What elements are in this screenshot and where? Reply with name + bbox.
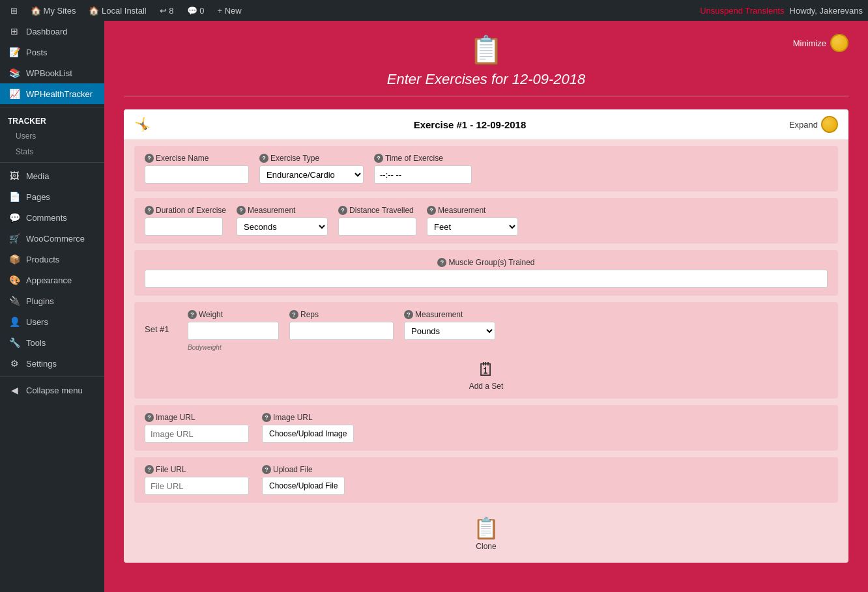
add-set-area: 🗓 Add a Set [145, 359, 828, 391]
file-url-section: ? File URL ? Upload File Choose/ [134, 457, 838, 503]
set-measurement-select[interactable]: Pounds Kilograms Bodyweight [404, 322, 495, 340]
sidebar-item-appearance[interactable]: 🎨 Appearance [0, 270, 104, 290]
file-url-input[interactable] [145, 477, 249, 495]
exercise-type-group: ? Exercise Type Endurance/Cardio Strengt… [259, 154, 364, 184]
my-sites-menu[interactable]: 🏠 My Sites [25, 0, 81, 21]
sidebar-item-media[interactable]: 🖼 Media [0, 165, 104, 186]
exercise-name-group: ? Exercise Name [145, 154, 249, 184]
set-measurement-label: ? Measurement [404, 310, 495, 319]
muscle-group-section: ? Muscle Group(s) Trained [134, 250, 838, 296]
exercise-basic-section: ? Exercise Name ? Exercise Type [134, 146, 838, 191]
clone-area: 📋 Clone [134, 511, 838, 556]
exercise-type-help-icon[interactable]: ? [259, 154, 268, 163]
minimize-button[interactable]: Minimize [793, 34, 848, 52]
new-content-link[interactable]: + New [212, 0, 246, 21]
local-install-link[interactable]: 🏠 Local Install [83, 0, 151, 21]
sidebar-item-pages[interactable]: 📄 Pages [0, 186, 104, 207]
distance-input[interactable] [338, 218, 416, 236]
set1-label: Set #1 [145, 310, 177, 334]
file-url-help-icon[interactable]: ? [145, 465, 154, 474]
sidebar-item-users[interactable]: 👤 Users [0, 311, 104, 332]
products-icon: 📦 [8, 254, 21, 264]
duration-input[interactable] [145, 218, 223, 236]
posts-icon: 📝 [8, 47, 21, 57]
duration-measurement-select[interactable]: Seconds Minutes Hours [237, 218, 328, 236]
sidebar-item-comments[interactable]: 💬 Comments [0, 207, 104, 228]
clone-icon: 📋 [473, 516, 499, 541]
sidebar-label-products: Products [26, 255, 59, 264]
sidebar-divider-2 [0, 162, 104, 163]
set-measurement-group: ? Measurement Pounds Kilograms Bodyweigh… [404, 310, 495, 340]
choose-upload-image-button[interactable]: Choose/Upload Image [262, 425, 354, 443]
set-measurement-help-icon[interactable]: ? [404, 310, 413, 319]
exercise-body: ? Exercise Name ? Exercise Type [124, 139, 848, 563]
sidebar-label-appearance: Appearance [26, 275, 72, 285]
sidebar-label-media: Media [26, 171, 49, 181]
users-icon: 👤 [8, 317, 21, 327]
sidebar-item-tracker-stats[interactable]: Stats [0, 144, 104, 160]
duration-measurement-help-icon[interactable]: ? [237, 206, 246, 215]
weight-help-icon[interactable]: ? [188, 310, 197, 319]
sidebar-label-pages: Pages [26, 192, 50, 202]
sidebar-label-plugins: Plugins [26, 296, 54, 306]
sidebar-item-woocommerce[interactable]: 🛒 WooCommerce [0, 228, 104, 249]
unsuspend-translents-link[interactable]: Unsuspend Translents [700, 6, 784, 16]
sidebar-item-tools[interactable]: 🔧 Tools [0, 332, 104, 353]
reps-group: ? Reps [289, 310, 394, 340]
exercise-name-help-icon[interactable]: ? [145, 154, 154, 163]
wp-logo[interactable]: ⊞ [5, 0, 23, 21]
exercise-name-label: ? Exercise Name [145, 154, 249, 163]
sidebar-item-collapse[interactable]: ◀ Collapse menu [0, 380, 104, 401]
file-url-label: ? File URL [145, 465, 249, 474]
minimize-circle-icon [830, 34, 848, 52]
sidebar-label-wpbooklist: WPBookList [26, 68, 72, 78]
upload-file-help-icon[interactable]: ? [262, 465, 271, 474]
muscle-group-input[interactable] [145, 270, 828, 288]
image-url2-help-icon[interactable]: ? [262, 413, 271, 422]
clone-button[interactable]: 📋 Clone [473, 516, 499, 551]
time-help-icon[interactable]: ? [374, 154, 383, 163]
image-url-help-icon[interactable]: ? [145, 413, 154, 422]
add-set-button[interactable]: 🗓 Add a Set [469, 359, 504, 391]
duration-measurement-label: ? Measurement [237, 206, 328, 215]
distance-measurement-select[interactable]: Feet Meters Miles Kilometers [427, 218, 518, 236]
file-url-group: ? File URL [145, 465, 249, 495]
image-url-input[interactable] [145, 425, 249, 443]
expand-button[interactable]: Expand [789, 116, 838, 133]
image-url-group: ? Image URL [145, 413, 249, 443]
distance-help-icon[interactable]: ? [338, 206, 347, 215]
time-of-exercise-input[interactable] [374, 165, 472, 184]
weight-input[interactable] [188, 322, 279, 340]
exercise-duration-section: ? Duration of Exercise ? Measurement [134, 198, 838, 244]
clone-label: Clone [476, 542, 496, 551]
admin-bar: ⊞ 🏠 My Sites 🏠 Local Install ↩ 8 💬 0 + N… [0, 0, 868, 21]
exercise-name-input[interactable] [145, 165, 249, 184]
plugin-title: Enter Exercises for 12-09-2018 [124, 71, 848, 96]
sidebar-item-settings[interactable]: ⚙ Settings [0, 353, 104, 374]
sidebar-item-products[interactable]: 📦 Products [0, 249, 104, 270]
exercise-type-label: ? Exercise Type [259, 154, 364, 163]
updates-link[interactable]: ↩ 8 [154, 0, 179, 21]
distance-measurement-help-icon[interactable]: ? [427, 206, 436, 215]
expand-label: Expand [789, 120, 818, 130]
reps-help-icon[interactable]: ? [289, 310, 298, 319]
add-set-icon: 🗓 [477, 359, 495, 380]
image-url-label: ? Image URL [145, 413, 249, 422]
comments-link[interactable]: 💬 0 [182, 0, 210, 21]
duration-help-icon[interactable]: ? [145, 206, 154, 215]
sidebar-item-wpbooklist[interactable]: 📚 WPBookList [0, 63, 104, 83]
sidebar-item-dashboard[interactable]: ⊞ Dashboard [0, 21, 104, 42]
reps-label: ? Reps [289, 310, 394, 319]
duration-measurement-group: ? Measurement Seconds Minutes Hours [237, 206, 328, 236]
exercise-type-select[interactable]: Endurance/Cardio Strength Flexibility Ba… [259, 165, 364, 184]
sidebar-item-posts[interactable]: 📝 Posts [0, 42, 104, 63]
sidebar-item-plugins[interactable]: 🔌 Plugins [0, 290, 104, 311]
sidebar-item-wphealthtracker[interactable]: 📈 WPHealthTracker [0, 83, 104, 104]
image-url2-label: ? Image URL [262, 413, 354, 422]
exercise-card-title: Exercise #1 - 12-09-2018 [156, 119, 784, 130]
choose-upload-file-button[interactable]: Choose/Upload File [262, 477, 345, 495]
clipboard-icon: 📋 [124, 34, 848, 66]
sidebar-item-tracker-users[interactable]: Users [0, 128, 104, 144]
reps-input[interactable] [289, 322, 394, 340]
muscle-help-icon[interactable]: ? [437, 258, 446, 267]
